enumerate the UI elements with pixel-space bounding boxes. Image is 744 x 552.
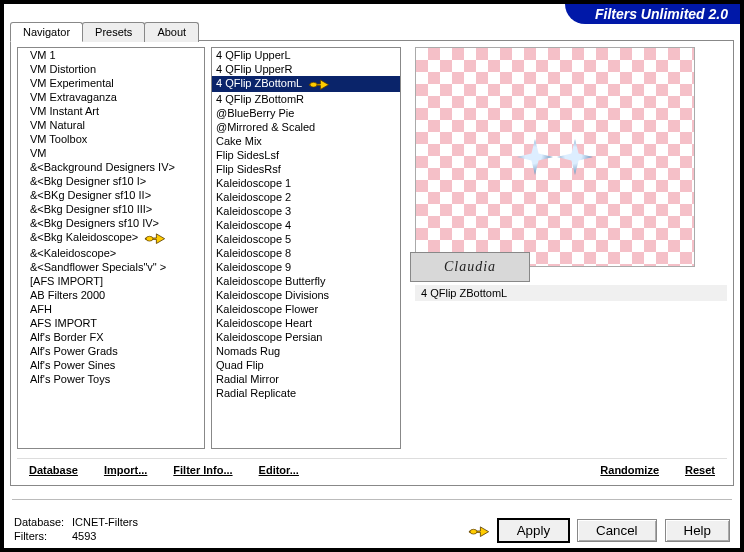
tab-strip: NavigatorPresetsAbout: [10, 22, 198, 42]
list-item[interactable]: VM Experimental: [26, 76, 204, 90]
cancel-button[interactable]: Cancel: [577, 519, 657, 542]
list-item[interactable]: &<Kaleidoscope>: [26, 246, 204, 260]
list-item[interactable]: Kaleidoscope Flower: [212, 302, 400, 316]
panel-toolbar: Database Import... Filter Info... Editor…: [17, 458, 727, 481]
list-item[interactable]: 4 QFlip ZBottomL: [212, 76, 400, 92]
filter-list[interactable]: 4 QFlip UpperL4 QFlip UpperR4 QFlip ZBot…: [211, 47, 401, 449]
tab-navigator[interactable]: Navigator: [10, 22, 83, 42]
list-item[interactable]: Kaleidoscope 3: [212, 204, 400, 218]
list-item[interactable]: Radial Replicate: [212, 386, 400, 400]
svg-point-1: [310, 82, 317, 87]
status-info: Database:ICNET-Filters Filters:4593: [14, 516, 138, 542]
list-item[interactable]: VM 1: [26, 48, 204, 62]
category-list[interactable]: VM 1VM DistortionVM ExperimentalVM Extra…: [17, 47, 205, 449]
list-item[interactable]: Alf's Border FX: [26, 330, 204, 344]
list-item[interactable]: Cake Mix: [212, 134, 400, 148]
list-item[interactable]: VM Distortion: [26, 62, 204, 76]
tab-presets[interactable]: Presets: [82, 22, 145, 42]
pointer-icon: [468, 523, 490, 537]
list-item[interactable]: Radial Mirror: [212, 372, 400, 386]
svg-point-0: [146, 236, 153, 241]
list-item[interactable]: Kaleidoscope Heart: [212, 316, 400, 330]
apply-button[interactable]: Apply: [498, 519, 569, 542]
pointer-icon: [144, 231, 166, 245]
reset-button[interactable]: Reset: [681, 462, 719, 478]
database-button[interactable]: Database: [25, 462, 82, 478]
list-item[interactable]: Kaleidoscope 2: [212, 190, 400, 204]
editor-button[interactable]: Editor...: [255, 462, 303, 478]
list-item[interactable]: 4 QFlip UpperR: [212, 62, 400, 76]
svg-point-2: [470, 529, 477, 534]
list-item[interactable]: VM Extravaganza: [26, 90, 204, 104]
filter-info-button[interactable]: Filter Info...: [169, 462, 236, 478]
list-item[interactable]: VM Toolbox: [26, 132, 204, 146]
list-item[interactable]: @Mirrored & Scaled: [212, 120, 400, 134]
randomize-button[interactable]: Randomize: [596, 462, 663, 478]
list-item[interactable]: VM Natural: [26, 118, 204, 132]
list-item[interactable]: &<Bkg Designer sf10 I>: [26, 174, 204, 188]
pointer-icon: [308, 77, 330, 91]
preview-image: [415, 47, 695, 267]
list-item[interactable]: Kaleidoscope 9: [212, 260, 400, 274]
title-bar: Filters Unlimited 2.0: [565, 4, 740, 24]
filter-name-label: 4 QFlip ZBottomL: [415, 285, 727, 301]
list-item[interactable]: Kaleidoscope Butterfly: [212, 274, 400, 288]
list-item[interactable]: Alf's Power Toys: [26, 372, 204, 386]
list-item[interactable]: Nomads Rug: [212, 344, 400, 358]
list-item[interactable]: Kaleidoscope Divisions: [212, 288, 400, 302]
list-item[interactable]: Kaleidoscope 1: [212, 176, 400, 190]
list-item[interactable]: &<BKg Designer sf10 II>: [26, 188, 204, 202]
list-item[interactable]: Kaleidoscope 5: [212, 232, 400, 246]
tab-about[interactable]: About: [144, 22, 199, 42]
list-item[interactable]: 4 QFlip UpperL: [212, 48, 400, 62]
help-button[interactable]: Help: [665, 519, 730, 542]
list-item[interactable]: Kaleidoscope 4: [212, 218, 400, 232]
main-panel: VM 1VM DistortionVM ExperimentalVM Extra…: [10, 40, 734, 486]
list-item[interactable]: Kaleidoscope 8: [212, 246, 400, 260]
list-item[interactable]: Alf's Power Sines: [26, 358, 204, 372]
list-item[interactable]: &<Bkg Designers sf10 IV>: [26, 216, 204, 230]
list-item[interactable]: Flip SidesLsf: [212, 148, 400, 162]
list-item[interactable]: AFH: [26, 302, 204, 316]
list-item[interactable]: Kaleidoscope Persian: [212, 330, 400, 344]
list-item[interactable]: VM: [26, 146, 204, 160]
watermark-badge: Claudia: [410, 252, 530, 282]
list-item[interactable]: Alf's Power Grads: [26, 344, 204, 358]
list-item[interactable]: 4 QFlip ZBottomR: [212, 92, 400, 106]
list-item[interactable]: Quad Flip: [212, 358, 400, 372]
list-item[interactable]: [AFS IMPORT]: [26, 274, 204, 288]
list-item[interactable]: AFS IMPORT: [26, 316, 204, 330]
list-item[interactable]: @BlueBerry Pie: [212, 106, 400, 120]
list-item[interactable]: AB Filters 2000: [26, 288, 204, 302]
list-item[interactable]: &<Bkg Kaleidoscope>: [26, 230, 204, 246]
import-button[interactable]: Import...: [100, 462, 151, 478]
list-item[interactable]: &<Bkg Designer sf10 III>: [26, 202, 204, 216]
list-item[interactable]: VM Instant Art: [26, 104, 204, 118]
list-item[interactable]: &<Background Designers IV>: [26, 160, 204, 174]
list-item[interactable]: &<Sandflower Specials"v" >: [26, 260, 204, 274]
list-item[interactable]: Flip SidesRsf: [212, 162, 400, 176]
